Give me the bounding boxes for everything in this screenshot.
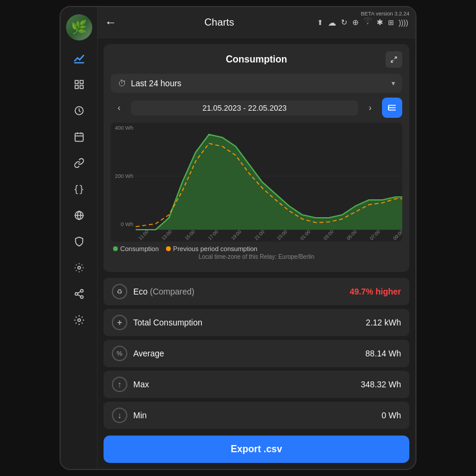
time-range-label: Last 24 hours — [131, 79, 392, 88]
back-button[interactable]: ← — [105, 15, 117, 29]
y-label-200: 200 Wh — [111, 173, 133, 179]
svg-marker-28 — [136, 134, 402, 230]
consumption-chart: 400 Wh 200 Wh 0 Wh — [111, 123, 402, 242]
timezone-note: Local time-zone of this Relay: Europe/Be… — [111, 253, 402, 260]
sidebar-item-chart[interactable] — [67, 46, 91, 70]
cloud-icon[interactable]: ☁ — [328, 18, 336, 27]
x-label-1700: 17:00 — [207, 228, 220, 241]
x-label-0300: 03:00 — [322, 228, 335, 241]
x-label-0700: 07:00 — [369, 228, 381, 241]
main-content: ← Charts ⬆ ☁ ↻ ⊕ ✱ ⊞ )))) — [98, 7, 415, 469]
x-label-2100: 21:00 — [253, 228, 265, 241]
sidebar-item-settings-advanced[interactable] — [67, 256, 91, 280]
average-label: Average — [133, 349, 365, 358]
x-label-1900: 19:00 — [230, 228, 243, 241]
total-value: 2.12 kWh — [366, 318, 401, 327]
sidebar-item-link[interactable] — [67, 151, 91, 175]
time-range-dropdown[interactable]: ⏱ Last 24 hours ▾ — [111, 74, 402, 93]
min-label: Min — [133, 411, 381, 420]
stat-row-average: % Average 88.14 Wh — [104, 340, 409, 367]
sidebar-item-settings[interactable] — [67, 308, 91, 332]
svg-rect-4 — [80, 86, 83, 89]
average-value: 88.14 Wh — [365, 349, 401, 358]
max-value: 348.32 Wh — [361, 380, 401, 389]
svg-rect-2 — [80, 80, 83, 83]
stat-row-max: ↑ Max 348.32 Wh — [104, 371, 409, 398]
x-label-1300: 13:00 — [161, 228, 173, 241]
svg-rect-3 — [75, 86, 78, 89]
chart-svg-area — [136, 123, 402, 230]
wifi-icon[interactable] — [364, 18, 372, 27]
sidebar: 🌿 — [61, 7, 98, 469]
share-icon[interactable]: ⬆ — [317, 18, 323, 27]
y-label-400: 400 Wh — [111, 125, 133, 131]
sidebar-item-share[interactable] — [67, 282, 91, 306]
sidebar-item-code[interactable]: {} — [67, 177, 91, 201]
header-icons: ⬆ ☁ ↻ ⊕ ✱ ⊞ )))) — [317, 18, 408, 27]
consumption-dot — [113, 246, 118, 251]
card-title: Consumption — [127, 54, 386, 65]
globe-icon[interactable]: ⊕ — [352, 18, 359, 27]
svg-point-13 — [80, 290, 83, 293]
min-icon: ↓ — [112, 408, 127, 423]
eco-value: 49.7% higher — [350, 287, 401, 296]
export-csv-button[interactable]: Export .csv — [104, 436, 409, 463]
date-range-label: 21.05.2023 - 22.05.2023 — [131, 101, 358, 115]
page-title: Charts — [121, 17, 317, 29]
svg-rect-1 — [75, 80, 78, 83]
chart-legend: Consumption Previous period consumption — [111, 245, 402, 252]
svg-point-12 — [77, 267, 80, 270]
refresh-icon[interactable]: ↻ — [341, 18, 347, 27]
y-axis-labels: 400 Wh 200 Wh 0 Wh — [111, 123, 136, 230]
eco-label: Eco (Compared) — [133, 287, 350, 296]
consumption-card: Consumption ⏱ Last 24 hours ▾ — [104, 44, 409, 272]
sidebar-item-clock[interactable] — [67, 99, 91, 123]
max-icon: ↑ — [112, 377, 127, 392]
next-date-button[interactable]: › — [362, 99, 378, 116]
svg-point-14 — [75, 293, 78, 296]
x-label-2300: 23:00 — [276, 228, 289, 241]
svg-line-17 — [77, 292, 80, 293]
stats-container: ♻ Eco (Compared) 49.7% higher + Total Co… — [98, 278, 415, 436]
x-label-0500: 05:00 — [346, 228, 358, 241]
svg-line-16 — [77, 295, 80, 296]
sidebar-item-calendar[interactable] — [67, 125, 91, 149]
network-icon[interactable]: ⊞ — [388, 18, 394, 27]
stat-row-min: ↓ Min 0 Wh — [104, 402, 409, 429]
stat-row-total: + Total Consumption 2.12 kWh — [104, 309, 409, 336]
bluetooth-icon[interactable]: ✱ — [377, 18, 383, 27]
stat-row-eco: ♻ Eco (Compared) 49.7% higher — [104, 278, 409, 305]
x-label-1100: 11:00 — [137, 228, 150, 241]
expand-button[interactable] — [386, 51, 402, 68]
x-label-0900: 09:00 — [392, 228, 402, 241]
beta-version: BETA version 3.2.24 — [361, 11, 409, 17]
svg-point-18 — [77, 319, 80, 322]
min-value: 0 Wh — [381, 411, 401, 420]
eco-icon: ♻ — [112, 284, 127, 299]
date-navigation: ‹ 21.05.2023 - 22.05.2023 › — [111, 98, 402, 118]
consumption-legend-label: Consumption — [120, 245, 159, 252]
list-view-button[interactable] — [382, 98, 402, 118]
svg-rect-6 — [75, 133, 83, 142]
avatar[interactable]: 🌿 — [66, 14, 92, 40]
total-label: Total Consumption — [133, 318, 366, 327]
chevron-down-icon: ▾ — [392, 79, 395, 87]
x-label-1500: 15:00 — [184, 228, 196, 241]
scrollable-content: Consumption ⏱ Last 24 hours ▾ — [98, 38, 415, 469]
prev-consumption-legend-label: Previous period consumption — [173, 245, 258, 252]
x-label-0100: 01:00 — [299, 228, 312, 241]
x-axis-labels: 11:00 13:00 15:00 17:00 19:00 21:00 23:0… — [136, 230, 402, 242]
y-label-0: 0 Wh — [111, 221, 133, 227]
max-label: Max — [133, 380, 361, 389]
sidebar-item-grid[interactable] — [67, 73, 91, 96]
total-icon: + — [112, 315, 127, 330]
average-icon: % — [112, 346, 127, 361]
prev-consumption-dot — [166, 246, 171, 251]
svg-point-15 — [80, 296, 83, 299]
prev-date-button[interactable]: ‹ — [111, 99, 127, 116]
legend-consumption: Consumption — [113, 245, 159, 252]
sidebar-item-shield[interactable] — [67, 230, 91, 253]
antenna-icon[interactable]: )))) — [399, 18, 408, 27]
legend-prev-consumption: Previous period consumption — [166, 245, 258, 252]
sidebar-item-globe[interactable] — [67, 203, 91, 227]
